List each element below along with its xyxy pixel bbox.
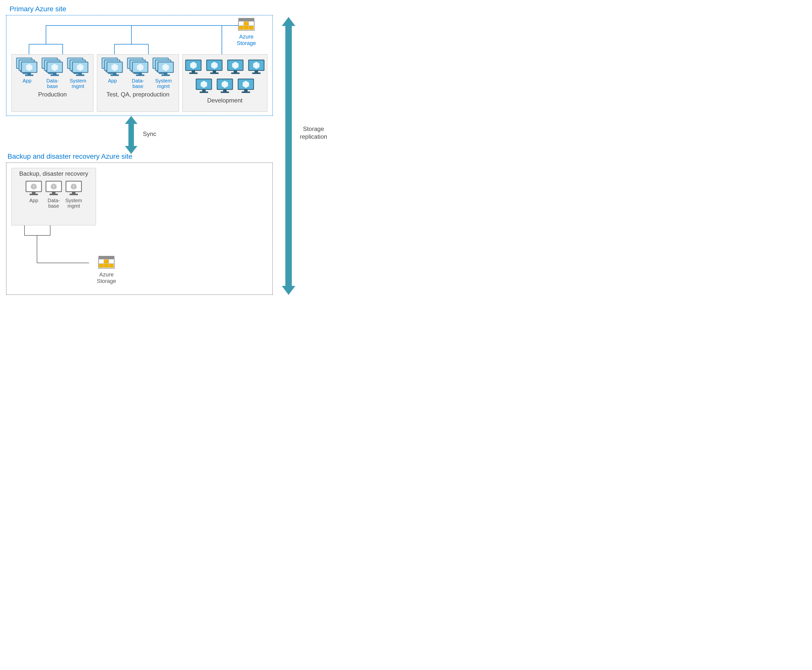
svg-rect-222 <box>98 256 115 259</box>
svg-rect-55 <box>53 73 56 74</box>
svg-rect-189 <box>241 91 250 93</box>
svg-rect-35 <box>25 74 34 76</box>
svg-rect-34 <box>27 73 31 74</box>
dr-app-vm <box>25 180 42 197</box>
svg-rect-13 <box>239 22 244 25</box>
svg-rect-182 <box>221 91 229 93</box>
storage-icon-gray <box>98 255 115 269</box>
dr-db-vm <box>45 180 62 197</box>
dev-vm-1 <box>185 59 202 76</box>
svg-rect-226 <box>109 259 114 263</box>
prod-db-label: Data- base <box>41 78 64 89</box>
replication-arrow-icon <box>280 16 297 296</box>
svg-rect-17 <box>244 26 248 30</box>
test-sys-vmstack <box>152 57 175 78</box>
svg-rect-175 <box>200 91 208 93</box>
prod-app-vmstack <box>15 57 39 78</box>
svg-rect-11 <box>238 18 254 21</box>
svg-rect-153 <box>213 71 216 73</box>
primary-storage: Azure Storage <box>231 17 261 46</box>
secondary-storage-label: Azure Storage <box>89 271 124 284</box>
svg-rect-212 <box>69 194 78 195</box>
svg-rect-168 <box>252 73 261 74</box>
dev-vm-2 <box>206 59 223 76</box>
development-env: Development <box>182 54 267 112</box>
svg-rect-174 <box>202 90 206 91</box>
backup-env: Backup, disaster recovery App <box>12 168 96 225</box>
prod-app-label: App <box>15 78 39 83</box>
svg-rect-146 <box>192 71 195 73</box>
svg-rect-228 <box>104 264 109 267</box>
test-title: Test, QA, preproduction <box>97 90 179 100</box>
svg-rect-197 <box>32 192 35 194</box>
svg-rect-76 <box>78 73 82 74</box>
svg-marker-195 <box>282 17 295 295</box>
test-sys-label: System mgmt <box>152 78 175 89</box>
svg-rect-16 <box>239 26 244 30</box>
test-env: App <box>97 54 179 112</box>
test-db-label: Data- base <box>127 78 149 89</box>
storage-icon <box>238 17 255 31</box>
svg-rect-147 <box>189 73 198 74</box>
dr-sys-vm <box>65 180 83 197</box>
svg-rect-77 <box>76 74 84 76</box>
dr-app-label: App <box>25 198 42 203</box>
dev-vm-3 <box>226 59 244 76</box>
svg-rect-205 <box>49 194 58 195</box>
primary-site-title: Primary Azure site <box>10 5 66 13</box>
svg-rect-198 <box>29 194 38 195</box>
primary-site-container: Azure Storage <box>6 15 273 116</box>
svg-rect-161 <box>231 73 240 74</box>
sync-arrow-icon <box>122 115 140 155</box>
svg-rect-119 <box>136 74 144 76</box>
sync-label: Sync <box>143 130 156 138</box>
backup-title: Backup, disaster recovery <box>12 168 96 177</box>
dev-vm-6 <box>216 78 234 95</box>
svg-rect-211 <box>72 192 76 194</box>
svg-rect-118 <box>138 73 142 74</box>
svg-rect-181 <box>223 90 226 91</box>
svg-rect-18 <box>249 26 253 30</box>
dev-vm-4 <box>248 59 265 76</box>
svg-rect-188 <box>244 90 248 91</box>
sync-arrow-group <box>122 115 140 156</box>
dev-vm-5 <box>195 78 213 95</box>
svg-rect-15 <box>249 22 253 25</box>
prod-db-vmstack <box>41 57 64 78</box>
svg-rect-204 <box>52 192 56 194</box>
dr-sys-label: System mgmt <box>65 198 83 209</box>
svg-rect-167 <box>255 71 258 73</box>
svg-rect-139 <box>164 73 167 74</box>
storage-replication-label: Storage replication <box>300 125 327 140</box>
secondary-site-title: Backup and disaster recovery Azure site <box>7 152 132 161</box>
dr-db-label: Data- base <box>45 198 62 209</box>
production-title: Production <box>12 90 93 100</box>
svg-rect-154 <box>210 73 219 74</box>
secondary-storage: Azure Storage <box>89 255 124 284</box>
svg-rect-98 <box>110 74 119 76</box>
primary-storage-label: Azure Storage <box>231 34 261 46</box>
svg-rect-97 <box>113 73 116 74</box>
svg-rect-227 <box>99 264 104 267</box>
test-app-label: App <box>101 78 124 83</box>
svg-rect-225 <box>104 259 109 263</box>
svg-rect-14 <box>244 22 248 25</box>
svg-rect-160 <box>234 71 237 73</box>
svg-marker-194 <box>125 116 137 154</box>
svg-rect-224 <box>99 259 104 263</box>
secondary-site-container: Backup, disaster recovery App <box>6 162 273 295</box>
svg-rect-229 <box>109 264 114 267</box>
dev-vm-7 <box>237 78 255 95</box>
prod-sys-vmstack <box>66 57 89 78</box>
test-db-vmstack <box>127 57 149 78</box>
svg-rect-56 <box>51 74 59 76</box>
prod-sys-label: System mgmt <box>66 78 89 89</box>
development-title: Development <box>182 95 267 105</box>
test-app-vmstack <box>101 57 124 78</box>
production-env: App <box>12 54 93 112</box>
storage-replication-arrow <box>280 16 297 297</box>
svg-rect-140 <box>161 74 170 76</box>
architecture-diagram: Primary Azure site <box>5 5 367 305</box>
